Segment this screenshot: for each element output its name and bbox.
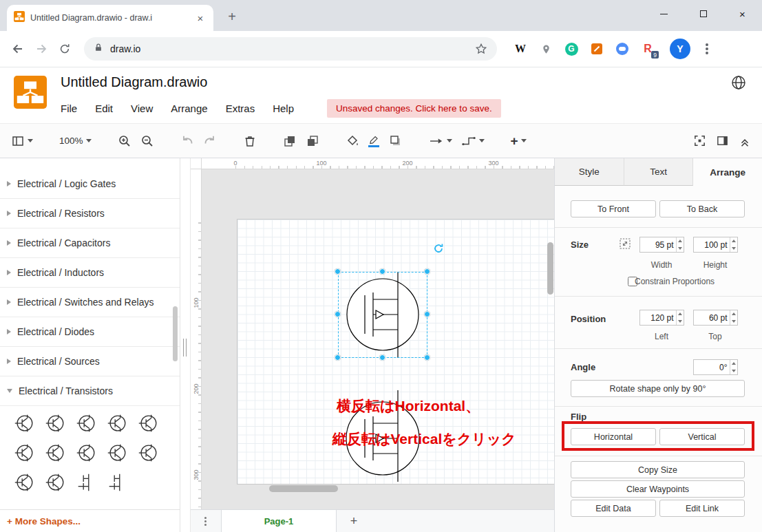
spinner-up-icon[interactable]	[677, 310, 684, 318]
clear-waypoints-button[interactable]: Clear Waypoints	[571, 480, 745, 498]
format-panel-toggle-button[interactable]	[716, 134, 729, 147]
shape-mosfet-symbol[interactable]	[74, 471, 98, 494]
browser-tab[interactable]: Untitled Diagram.drawio - draw.i ×	[7, 5, 213, 31]
shape-p-mosfet-transistor[interactable]	[136, 441, 160, 465]
menu-help[interactable]: Help	[273, 103, 294, 114]
shape-n-mosfet-depletion[interactable]	[12, 471, 36, 494]
vertical-scrollbar-thumb[interactable]	[547, 242, 553, 295]
fit-page-button[interactable]	[693, 134, 706, 147]
insert-button[interactable]: +	[511, 135, 527, 147]
undo-button[interactable]	[180, 134, 194, 148]
browser-menu-button[interactable]	[699, 39, 715, 58]
to-back-button[interactable]	[306, 134, 319, 148]
window-maximize-button[interactable]	[684, 0, 723, 28]
selection-box[interactable]	[338, 272, 427, 358]
position-left-input[interactable]	[640, 310, 676, 325]
position-top-input[interactable]	[694, 310, 730, 325]
menu-extras[interactable]: Extras	[226, 103, 255, 114]
shape-pnp-transistor[interactable]	[43, 412, 67, 435]
sidebar-section-electrical-inductors[interactable]: Electrical / Inductors	[0, 258, 180, 288]
height-input[interactable]	[694, 237, 730, 252]
shape-p-mosfet-depletion[interactable]	[43, 471, 67, 494]
shape-p-igbt-transistor[interactable]	[12, 441, 36, 465]
collapse-toolbar-button[interactable]	[739, 135, 751, 147]
spinner-up-icon[interactable]	[730, 310, 737, 318]
angle-spinner[interactable]	[730, 360, 737, 374]
tab-style[interactable]: Style	[555, 158, 624, 186]
selection-handle[interactable]	[424, 311, 430, 317]
height-spinner[interactable]	[730, 237, 737, 252]
sidebar-section-electrical-switches-and-relays[interactable]: Electrical / Switches and Relays	[0, 288, 180, 317]
spinner-up-icon[interactable]	[677, 237, 684, 245]
shape-pnp-transistor-alt[interactable]	[105, 412, 129, 435]
pages-menu-button[interactable]	[204, 510, 207, 532]
spinner-down-icon[interactable]	[730, 368, 737, 375]
shape-n-jfet-transistor[interactable]	[43, 441, 67, 465]
delete-button[interactable]	[243, 134, 257, 148]
selection-handle[interactable]	[335, 354, 341, 361]
waypoints-button[interactable]	[461, 135, 485, 147]
spinner-up-icon[interactable]	[730, 360, 737, 368]
sidebar-scrollbar-thumb[interactable]	[173, 306, 178, 361]
drawing-region[interactable]: 横反転はHorizontal、 縦反転はVerticalをクリック	[202, 169, 554, 509]
more-shapes-button[interactable]: + More Shapes...	[7, 516, 81, 526]
rotate-90-button[interactable]: Rotate shape only by 90°	[571, 380, 745, 397]
spinner-down-icon[interactable]	[677, 245, 684, 253]
fill-color-button[interactable]	[346, 134, 359, 148]
blue-extension-icon[interactable]	[615, 42, 629, 56]
view-button[interactable]	[11, 134, 33, 148]
selection-handle[interactable]	[379, 354, 385, 361]
shape-n-mosfet-transistor[interactable]	[105, 441, 129, 465]
unsaved-banner[interactable]: Unsaved changes. Click here to save.	[327, 99, 501, 118]
shadow-button[interactable]	[389, 134, 403, 148]
edit-link-button[interactable]: Edit Link	[659, 500, 745, 517]
pin-extension-icon[interactable]	[539, 42, 553, 56]
sidebar-section-electrical-transistors[interactable]: Electrical / Transistors	[0, 376, 180, 406]
shape-mosfet-symbol-alt[interactable]	[105, 471, 129, 494]
menu-view[interactable]: View	[131, 103, 153, 114]
spinner-down-icon[interactable]	[677, 318, 684, 326]
sidebar-section-electrical-resistors[interactable]: Electrical / Resistors	[0, 199, 180, 228]
shape-npn-transistor[interactable]	[12, 412, 36, 435]
sidebar-section-electrical-logic-gates[interactable]: Electrical / Logic Gates	[0, 169, 180, 199]
horizontal-scrollbar-thumb[interactable]	[269, 485, 338, 492]
shape-p-jfet-transistor[interactable]	[74, 441, 98, 465]
back-button[interactable]	[8, 39, 28, 58]
r-extension-icon[interactable]: R 9	[641, 42, 655, 56]
reload-button[interactable]	[55, 39, 74, 58]
copy-size-button[interactable]: Copy Size	[571, 461, 745, 478]
zoom-out-button[interactable]	[140, 134, 154, 148]
grammarly-extension-icon[interactable]: G	[564, 42, 578, 56]
spinner-down-icon[interactable]	[730, 245, 737, 253]
selection-handle[interactable]	[335, 268, 341, 275]
edit-data-button[interactable]: Edit Data	[571, 500, 656, 517]
shape-n-igbt-transistor[interactable]	[136, 412, 160, 435]
angle-input[interactable]	[694, 360, 730, 374]
page-tab[interactable]: Page-1	[221, 510, 337, 532]
tab-arrange[interactable]: Arrange	[693, 158, 762, 186]
menu-arrange[interactable]: Arrange	[171, 103, 207, 114]
sidebar-section-electrical-sources[interactable]: Electrical / Sources	[0, 347, 180, 376]
sidebar-section-electrical-diodes[interactable]: Electrical / Diodes	[0, 317, 180, 347]
line-color-button[interactable]	[368, 135, 380, 147]
connection-button[interactable]	[429, 135, 452, 147]
width-spinner[interactable]	[676, 237, 684, 252]
window-minimize-button[interactable]	[644, 0, 684, 28]
wikipedia-extension-icon[interactable]: W	[514, 42, 527, 56]
language-globe-button[interactable]	[730, 74, 747, 91]
zoom-select[interactable]: 100%	[59, 136, 92, 146]
selection-handle[interactable]	[335, 311, 341, 317]
bookmark-star-icon[interactable]	[475, 43, 487, 55]
to-front-button[interactable]	[283, 134, 297, 148]
shape-npn-transistor-alt[interactable]	[74, 412, 98, 435]
top-spinner[interactable]	[730, 310, 737, 325]
redo-button[interactable]	[203, 134, 217, 148]
new-tab-button[interactable]: +	[223, 8, 241, 25]
tab-close-icon[interactable]: ×	[194, 12, 207, 24]
width-input[interactable]	[640, 237, 676, 252]
splitter-handle[interactable]	[183, 339, 187, 357]
sidebar-section-electrical-capacitors[interactable]: Electrical / Capacitors	[0, 228, 180, 258]
window-close-button[interactable]: ×	[723, 0, 762, 28]
to-front-panel-button[interactable]: To Front	[571, 200, 656, 217]
add-page-button[interactable]: +	[343, 510, 364, 532]
